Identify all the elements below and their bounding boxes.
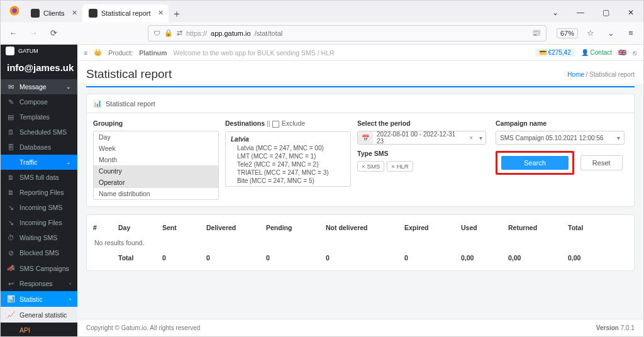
reset-button[interactable]: Reset bbox=[580, 155, 623, 170]
bookmark-icon[interactable]: ☆ bbox=[583, 26, 598, 41]
sidebar-item-label: Responses bbox=[19, 280, 53, 287]
back-button[interactable]: ← bbox=[6, 26, 21, 41]
menu-icon: 🗓 bbox=[7, 128, 14, 136]
grouping-listbox[interactable]: DayWeekMonthCountryOperatorName distribu… bbox=[93, 131, 219, 200]
grouping-option[interactable]: Day bbox=[94, 131, 218, 143]
sidebar-item-responses[interactable]: ↩Responses‹ bbox=[1, 276, 77, 291]
table-col: Pending bbox=[266, 224, 326, 231]
search-button[interactable]: Search bbox=[501, 156, 569, 170]
pocket-icon[interactable]: ⌄ bbox=[603, 26, 618, 41]
sidebar-item-traffic[interactable]: Traffic⌄ bbox=[1, 155, 77, 170]
table-totals: Total000000,000,000,00 bbox=[87, 250, 634, 265]
brand: GATUM bbox=[1, 45, 77, 57]
lock-icon: 🔒 bbox=[164, 29, 173, 37]
sidebar-item-general-statistic[interactable]: 📈General statistic bbox=[1, 307, 77, 323]
exclude-label: Exclude bbox=[282, 119, 305, 127]
menu-icon: 📣 bbox=[7, 264, 14, 272]
minimize-button[interactable]: ― bbox=[568, 3, 593, 22]
sidebar-item-sms-full-data[interactable]: 🗎SMS full data bbox=[1, 170, 77, 185]
version: 7.0.1 bbox=[621, 324, 635, 331]
version-label: Version bbox=[596, 324, 621, 331]
destinations-listbox[interactable]: Latvia Latvia (MCC = 247, MNC = 00)LMT (… bbox=[225, 131, 351, 187]
sidebar-item-scheduled-sms[interactable]: 🗓Scheduled SMS bbox=[1, 124, 77, 140]
destination-option[interactable]: TRIATEL (MCC = 247, MNC = 3) bbox=[231, 168, 345, 177]
destination-country: Latvia bbox=[231, 136, 345, 143]
browser-tab-report[interactable]: Statistical report ✕ bbox=[82, 4, 169, 22]
sidebar-item-reporting-files[interactable]: 🗎Reporting Files bbox=[1, 185, 77, 200]
destination-option[interactable]: Latvia (MCC = 247, MNC = 00) bbox=[231, 144, 345, 152]
grouping-option[interactable]: Week bbox=[94, 143, 218, 154]
table-cell: Total bbox=[118, 254, 162, 262]
flag-icon[interactable]: 🇬🇧 bbox=[618, 48, 626, 57]
sidebar-item-compose[interactable]: ✎Compose bbox=[1, 94, 77, 109]
sidebar-item-label: Compose bbox=[19, 98, 48, 106]
svg-point-1 bbox=[12, 8, 17, 13]
table-cell: 0 bbox=[326, 254, 404, 262]
sidebar-item-label: Traffic bbox=[19, 158, 38, 166]
hamburger-icon[interactable]: ≡ bbox=[84, 49, 87, 57]
sidebar-item-blocked-sms[interactable]: ⊘Blocked SMS bbox=[1, 245, 77, 260]
table-cell: 0 bbox=[206, 254, 266, 262]
close-icon[interactable]: ✕ bbox=[158, 9, 164, 17]
destination-option[interactable]: Bite (MCC = 247, MNC = 5) bbox=[231, 177, 345, 185]
chevron-down-icon[interactable]: ⌄ bbox=[543, 3, 568, 22]
new-tab-button[interactable]: ＋ bbox=[169, 6, 185, 22]
sidebar-item-waiting-sms[interactable]: ⏱Waiting SMS bbox=[1, 230, 77, 245]
sidebar-item-label: Scheduled SMS bbox=[19, 128, 67, 136]
zoom-level[interactable]: 67% bbox=[557, 28, 578, 38]
chevron-down-icon[interactable]: ▾ bbox=[476, 135, 486, 141]
reload-button[interactable]: ⟳ bbox=[46, 26, 61, 41]
sidebar-item-databases[interactable]: 🗄Databases bbox=[1, 140, 77, 155]
footer: Copyright © Gatum.io. All rights reserve… bbox=[77, 319, 643, 336]
panel-title: Statistical report bbox=[106, 100, 155, 108]
sidebar-item-message[interactable]: ✉Message⌄ bbox=[1, 79, 77, 94]
maximize-button[interactable]: ▢ bbox=[593, 3, 618, 22]
grouping-option[interactable]: Month bbox=[94, 154, 218, 165]
period-label: Select the period bbox=[357, 119, 489, 127]
url-protocol: https:// bbox=[186, 30, 207, 37]
grouping-option[interactable]: Operator bbox=[94, 177, 218, 188]
forward-button[interactable]: → bbox=[26, 26, 41, 41]
breadcrumb: Home / Statistical report bbox=[567, 71, 635, 78]
exclude-checkbox[interactable] bbox=[272, 121, 279, 128]
sidebar-item-label: Databases bbox=[19, 143, 51, 151]
sidebar-item-label: Statistic bbox=[19, 296, 43, 303]
destination-option[interactable]: LMT (MCC = 247, MNC = 1) bbox=[231, 152, 345, 160]
favicon-icon bbox=[89, 9, 97, 18]
destinations-label: Destinations bbox=[225, 119, 265, 127]
search-highlight: Search bbox=[496, 151, 574, 175]
credit-badge[interactable]: 💳 €275,42 bbox=[535, 48, 575, 57]
destination-option[interactable]: Tele2 (MCC = 247, MNC = 2) bbox=[231, 160, 345, 168]
sidebar-item-api[interactable]: API bbox=[1, 323, 77, 336]
topbar: ≡ 👑 Product: Platinum Welcome to the web… bbox=[77, 45, 643, 61]
period-input[interactable]: 📅 2022-08-01 00 - 2022-12-31 23 × ▾ bbox=[357, 131, 486, 145]
close-icon[interactable]: ✕ bbox=[72, 9, 77, 17]
sidebar-item-sms-campaigns[interactable]: 📣SMS Campaigns bbox=[1, 260, 77, 276]
grouping-option[interactable]: Country bbox=[94, 165, 218, 177]
url-input[interactable]: 🛡 🔒 ⇄ https://app.gatum.io/stat/total 📰 bbox=[148, 25, 547, 41]
breadcrumb-home[interactable]: Home bbox=[567, 71, 584, 78]
campaign-select[interactable]: SMS Campaign 05.10.2021 12:00:56 ▾ bbox=[496, 131, 625, 145]
remove-icon[interactable]: × bbox=[362, 163, 365, 170]
sidebar-item-incoming-files[interactable]: ↘Incoming Files bbox=[1, 215, 77, 230]
grouping-label: Grouping bbox=[93, 119, 219, 127]
sidebar-item-incoming-sms[interactable]: ↘Incoming SMS bbox=[1, 200, 77, 215]
menu-icon[interactable]: ≡ bbox=[623, 26, 638, 41]
chevron-icon: ‹ bbox=[69, 280, 71, 287]
reader-icon[interactable]: 📰 bbox=[532, 29, 541, 37]
close-button[interactable]: ✕ bbox=[618, 3, 643, 22]
sidebar-item-templates[interactable]: ▤Templates bbox=[1, 109, 77, 124]
type-tag[interactable]: ×SMS bbox=[357, 161, 384, 172]
browser-tab-clients[interactable]: Clients ✕ bbox=[25, 4, 82, 22]
clear-icon[interactable]: × bbox=[466, 135, 476, 141]
menu-icon: 📈 bbox=[7, 311, 14, 319]
menu-icon: ✎ bbox=[7, 98, 14, 106]
remove-icon[interactable]: × bbox=[391, 163, 395, 170]
grouping-option[interactable]: Name distribution bbox=[94, 188, 218, 199]
sidebar-item-statistic[interactable]: 📊Statistic‹ bbox=[1, 291, 77, 307]
sidebar-item-label: Incoming Files bbox=[19, 219, 62, 226]
contact-link[interactable]: 👤 Contact bbox=[581, 49, 612, 56]
logout-icon[interactable]: ⎋ bbox=[633, 49, 637, 57]
type-tag[interactable]: ×HLR bbox=[387, 161, 413, 172]
table-header: #DaySentDeliveredPendingNot deliveredExp… bbox=[87, 220, 634, 235]
